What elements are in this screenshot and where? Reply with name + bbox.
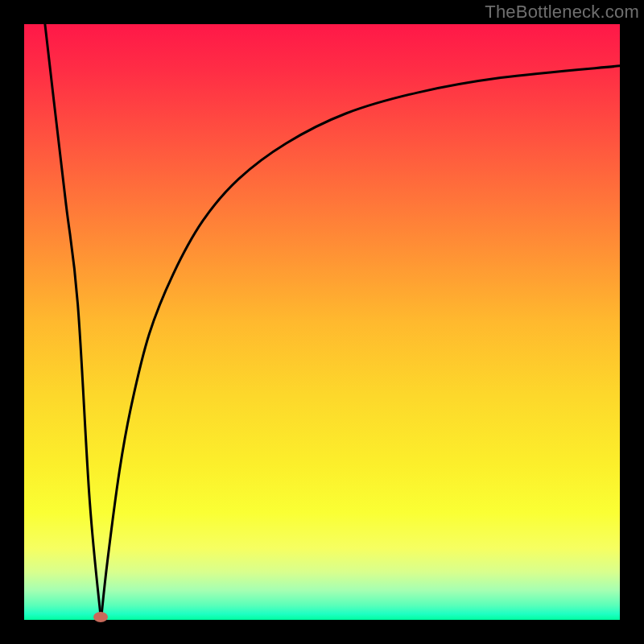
chart-curve: [24, 24, 620, 620]
plot-area: [24, 24, 620, 620]
min-point-marker: [93, 612, 108, 622]
watermark-text: TheBottleneck.com: [485, 2, 639, 23]
chart-frame: TheBottleneck.com: [0, 0, 644, 644]
series-left-branch: [45, 24, 101, 620]
series-right-branch: [101, 66, 620, 620]
curve-group: [45, 24, 620, 620]
